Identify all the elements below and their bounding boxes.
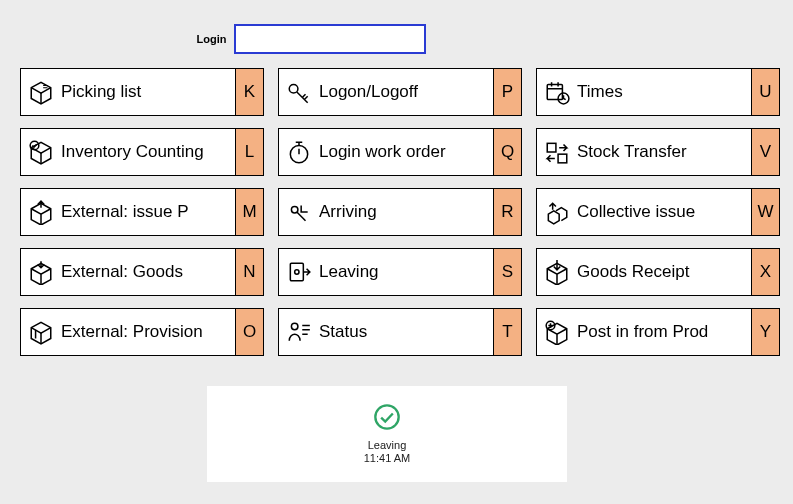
tile-label: Inventory Counting <box>61 142 235 162</box>
tile-label: Picking list <box>61 82 235 102</box>
status-label: Leaving <box>364 439 410 452</box>
svg-point-0 <box>375 405 398 428</box>
tile-shortcut: N <box>235 249 263 295</box>
status-text: Leaving 11:41 AM <box>364 439 410 465</box>
stopwatch-icon <box>279 129 319 175</box>
tile-label: Leaving <box>319 262 493 282</box>
tile-label: Status <box>319 322 493 342</box>
login-label: Login <box>197 33 227 45</box>
box-up-icon <box>21 189 61 235</box>
tile-shortcut: L <box>235 129 263 175</box>
menu-tile[interactable]: Picking listK <box>20 68 264 116</box>
box-side-icon <box>21 309 61 355</box>
tile-label: External: Provision <box>61 322 235 342</box>
status-card: Leaving 11:41 AM <box>207 386 567 482</box>
box-down-icon <box>21 249 61 295</box>
tile-shortcut: T <box>493 309 521 355</box>
box-plus-icon <box>537 309 577 355</box>
tile-shortcut: O <box>235 309 263 355</box>
login-row: Login <box>0 0 793 66</box>
tile-label: Times <box>577 82 751 102</box>
person-list-icon <box>279 309 319 355</box>
check-circle-icon <box>373 403 401 435</box>
menu-tile[interactable]: Inventory CountingL <box>20 128 264 176</box>
transfer-icon <box>537 129 577 175</box>
box-in-icon <box>537 249 577 295</box>
tile-shortcut: Y <box>751 309 779 355</box>
box-list-icon <box>21 69 61 115</box>
tile-label: Login work order <box>319 142 493 162</box>
tile-label: Collective issue <box>577 202 751 222</box>
menu-tile[interactable]: External: Goods N <box>20 248 264 296</box>
tile-shortcut: W <box>751 189 779 235</box>
tile-shortcut: V <box>751 129 779 175</box>
login-input[interactable] <box>234 24 426 54</box>
key-out-icon <box>279 249 319 295</box>
menu-tile[interactable]: StatusT <box>278 308 522 356</box>
menu-tile[interactable]: LeavingS <box>278 248 522 296</box>
tile-label: External: issue P <box>61 202 235 222</box>
tile-shortcut: P <box>493 69 521 115</box>
tile-shortcut: U <box>751 69 779 115</box>
tile-shortcut: X <box>751 249 779 295</box>
box-check-icon <box>21 129 61 175</box>
status-time: 11:41 AM <box>364 452 410 465</box>
tile-shortcut: M <box>235 189 263 235</box>
menu-tile[interactable]: Logon/LogoffP <box>278 68 522 116</box>
boxes-up-icon <box>537 189 577 235</box>
tile-shortcut: K <box>235 69 263 115</box>
menu-tile[interactable]: TimesU <box>536 68 780 116</box>
calendar-clock-icon <box>537 69 577 115</box>
tile-label: Stock Transfer <box>577 142 751 162</box>
tile-label: External: Goods <box>61 262 235 282</box>
menu-tile[interactable]: ArrivingR <box>278 188 522 236</box>
menu-tile[interactable]: Post in from ProdY <box>536 308 780 356</box>
tile-shortcut: R <box>493 189 521 235</box>
menu-tile[interactable]: Stock TransferV <box>536 128 780 176</box>
key-in-icon <box>279 189 319 235</box>
menu-tile[interactable]: External: ProvisionO <box>20 308 264 356</box>
tile-shortcut: S <box>493 249 521 295</box>
tile-label: Goods Receipt <box>577 262 751 282</box>
tile-label: Logon/Logoff <box>319 82 493 102</box>
tile-shortcut: Q <box>493 129 521 175</box>
tile-label: Post in from Prod <box>577 322 751 342</box>
menu-tile[interactable]: External: issue PM <box>20 188 264 236</box>
menu-tile[interactable]: Login work orderQ <box>278 128 522 176</box>
key-icon <box>279 69 319 115</box>
menu-grid: Picking listKLogon/LogoffPTimesUInventor… <box>0 68 793 356</box>
menu-tile[interactable]: Goods ReceiptX <box>536 248 780 296</box>
menu-tile[interactable]: Collective issue W <box>536 188 780 236</box>
tile-label: Arriving <box>319 202 493 222</box>
